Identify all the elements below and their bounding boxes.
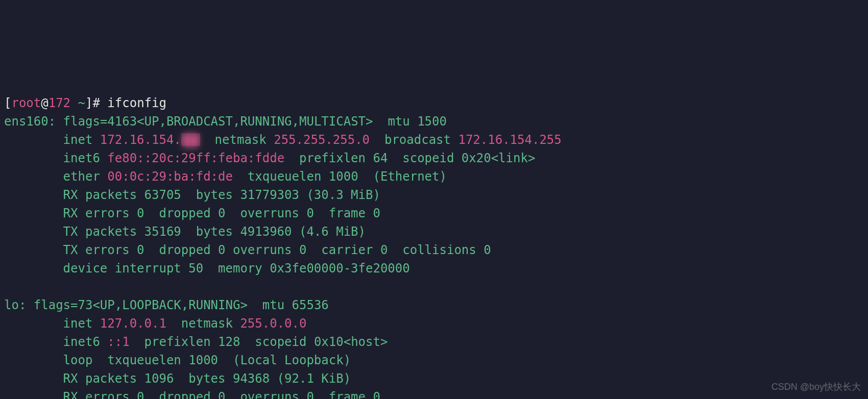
indent — [4, 261, 63, 276]
inet6-rest: prefixlen 64 scopeid 0x20<link> — [284, 151, 535, 165]
redacted-octet: ▇▇ — [181, 133, 200, 146]
netmask-value: 255.0.0.0 — [240, 316, 306, 331]
stat-line: TX errors 0 dropped 0 overruns 0 carrier… — [63, 243, 491, 257]
inet6-addr: ::1 — [107, 335, 129, 349]
iface-flags: flags=73<UP,LOOPBACK,RUNNING> mtu 65536 — [34, 298, 329, 312]
prompt-host: 172 — [49, 96, 70, 110]
prompt-at: @ — [41, 96, 48, 110]
netmask-label: netmask — [166, 316, 240, 331]
stat-line: RX errors 0 dropped 0 overruns 0 frame 0 — [63, 206, 380, 220]
prompt-path: ~ — [78, 96, 85, 110]
loop-line: loop txqueuelen 1000 (Local Loopback) — [63, 353, 351, 367]
netmask-value: 255.255.255.0 — [274, 133, 370, 147]
inet-addr: 172.16.154. — [100, 133, 181, 147]
iface-flags: flags=4163<UP,BROADCAST,RUNNING,MULTICAS… — [63, 114, 447, 129]
stat-line: RX packets 1096 bytes 94368 (92.1 KiB) — [63, 371, 351, 386]
indent — [4, 371, 63, 386]
stat-line: TX packets 35169 bytes 4913960 (4.6 MiB) — [63, 225, 366, 239]
indent — [4, 188, 63, 202]
broadcast-value: 172.16.154.255 — [458, 133, 561, 147]
prompt-hash: # — [92, 96, 107, 110]
indent — [4, 133, 63, 147]
prompt-line: [root@172 ~]# ifconfig — [4, 96, 166, 110]
stat-line: device interrupt 50 memory 0x3fe00000-3f… — [63, 261, 410, 276]
prompt-user: root — [11, 96, 41, 110]
indent — [4, 353, 63, 367]
inet6-addr: fe80::20c:29ff:feba:fdde — [107, 151, 284, 165]
indent — [4, 243, 63, 257]
ether-rest: txqueuelen 1000 (Ethernet) — [233, 169, 447, 184]
inet6-label: inet6 — [63, 335, 108, 349]
bracket-open: [ — [4, 96, 11, 110]
broadcast-label: broadcast — [370, 133, 458, 147]
iface-name: lo — [4, 298, 19, 312]
iface-header: lo: flags=73<UP,LOOPBACK,RUNNING> mtu 65… — [4, 298, 329, 312]
iface-header: ens160: flags=4163<UP,BROADCAST,RUNNING,… — [4, 114, 447, 129]
command-text: ifconfig — [107, 96, 166, 110]
stat-line: RX errors 0 dropped 0 overruns 0 frame 0 — [63, 390, 380, 399]
inet6-rest: prefixlen 128 scopeid 0x10<host> — [130, 335, 388, 349]
inet-label: inet — [63, 133, 100, 147]
indent — [4, 151, 63, 165]
indent — [4, 390, 63, 399]
inet-label: inet — [63, 316, 100, 331]
indent — [4, 206, 63, 220]
mac-addr: 00:0c:29:ba:fd:de — [107, 169, 233, 184]
terminal-output[interactable]: [root@172 ~]# ifconfig ens160: flags=416… — [0, 92, 868, 399]
stat-line: RX packets 63705 bytes 31779303 (30.3 Mi… — [63, 188, 380, 202]
ether-label: ether — [63, 169, 108, 184]
inet-addr: 127.0.0.1 — [100, 316, 166, 331]
indent — [4, 335, 63, 349]
indent — [4, 225, 63, 239]
iface-name: ens160 — [4, 114, 49, 129]
netmask-label: netmask — [200, 133, 274, 147]
bracket-close: ] — [85, 96, 92, 110]
inet6-label: inet6 — [63, 151, 108, 165]
watermark-text: CSDN @boy快快长大 — [771, 378, 861, 396]
indent — [4, 169, 63, 184]
indent — [4, 316, 63, 331]
